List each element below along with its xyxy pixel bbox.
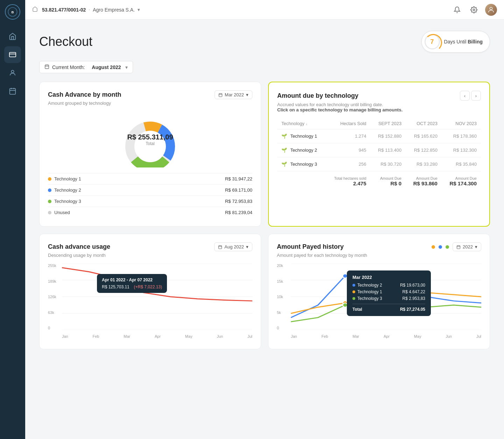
amount-payed-date: 2022 (463, 244, 473, 249)
x-axis-paid: Jan Feb Mar Apr May Jun Jul (291, 332, 481, 341)
cash-usage-chart: 255k 189k 126k 63k 0 (48, 263, 252, 341)
table-row[interactable]: 🌱 Technology 2 945 R$ 113.400 R$ 122.850… (277, 143, 481, 157)
header-actions (451, 4, 497, 16)
paid-tooltip-tech3: Technology 3 R$ 2.953,83 (352, 296, 425, 301)
amount-payed-chevron: ▾ (475, 244, 477, 249)
cash-usage-date: Aug 2022 (224, 244, 244, 249)
tooltip-date: Apr 01 2022 - Apr 07 2022 (102, 277, 162, 282)
sidebar-item-user[interactable] (4, 64, 21, 81)
row1-hectares: 1.274 (326, 129, 371, 143)
main-container: 53.821.477/0001-02 · Agro Empresa S.A. ▾… (25, 0, 504, 439)
footer-hectares-label: Total hectares sold 2.475 (326, 171, 371, 191)
paid-tooltip-tech1: Technology 1 R$ 4.647,22 (352, 289, 425, 294)
paid-tooltip-total: Total R$ 27,274.05 (352, 304, 425, 312)
user-avatar[interactable] (485, 4, 497, 16)
footer-sept-amount: Amount Due R$ 0 (371, 171, 406, 191)
cash-advance-legend: Technology 1 R$ 31.947,22 Technology 2 R… (48, 173, 252, 218)
month-filter-chevron: ▾ (125, 64, 128, 70)
legend-name-tech2: Technology 2 (48, 187, 81, 193)
cash-advance-title: Cash Advance by month (48, 91, 121, 98)
footer-empty (277, 171, 326, 191)
col-sept: SEPT 2023 (371, 118, 406, 129)
row2-oct: R$ 122.850 (406, 143, 442, 157)
legend-name-tech1: Technology 1 (48, 176, 81, 181)
month-filter-value: August 2022 (92, 64, 121, 70)
settings-button[interactable] (468, 4, 479, 15)
row3-nov: R$ 35.840 (442, 157, 481, 171)
row1-sept: R$ 152.880 (371, 129, 406, 143)
sidebar: B (0, 0, 25, 439)
col-technology[interactable]: Technology ↓ (277, 118, 326, 129)
logo[interactable]: B (5, 4, 20, 20)
svg-rect-11 (45, 65, 49, 69)
paid-tooltip: Mar 2022 Technology 2 R$ 19.673,00 Techn… (347, 270, 431, 316)
page-title-row: Checkout 7 Days Until Billing (39, 31, 490, 53)
breadcrumb: 53.821.477/0001-02 · Agro Empresa S.A. ▾ (42, 7, 140, 13)
y-axis: 255k 189k 126k 63k 0 (48, 263, 61, 330)
main-grid: Cash Advance by month Mar 2022 ▾ Amount … (39, 82, 490, 349)
breadcrumb-id: 53.821.477/0001-02 (42, 7, 86, 13)
row2-sept: R$ 113.400 (371, 143, 406, 157)
cash-usage-card: Cash advance usage Aug 2022 ▾ Descending… (39, 234, 261, 349)
calendar-icon (44, 64, 49, 70)
cash-advance-date-filter[interactable]: Mar 2022 ▾ (215, 90, 252, 99)
legend-value-tech3: R$ 72.953,83 (225, 199, 252, 204)
sidebar-nav (0, 28, 25, 100)
amount-due-prev[interactable]: ‹ (460, 91, 470, 101)
donut-total-label: Total (127, 141, 173, 146)
amount-due-card: Amount due by technology ‹ › Accrued val… (268, 82, 490, 227)
days-number: 7 (430, 38, 434, 46)
paid-tooltip-title: Mar 2022 (352, 275, 425, 280)
tooltip-value-row: R$ 125,703.11 (+R$ 7,022.13) (102, 284, 162, 289)
legend-item-tech2: Technology 2 R$ 69.171,00 (48, 184, 252, 196)
legend-name-tech3: Technology 3 (48, 199, 81, 204)
tech3-icon: 🌱 (281, 162, 287, 167)
dot-tech3 (446, 245, 449, 249)
cash-advance-card: Cash Advance by month Mar 2022 ▾ Amount … (39, 82, 261, 227)
header: 53.821.477/0001-02 · Agro Empresa S.A. ▾ (25, 0, 504, 20)
line-chart-svg (62, 263, 252, 330)
row1-oct: R$ 165.620 (406, 129, 442, 143)
row1-name: 🌱 Technology 1 (277, 129, 326, 143)
amount-payed-controls: 2022 ▾ (432, 242, 481, 251)
amount-payed-subtitle: Amount payed for each technology by mont… (277, 253, 481, 258)
table-row[interactable]: 🌱 Technology 1 1.274 R$ 152.880 R$ 165.6… (277, 129, 481, 143)
days-billing-badge: 7 Days Until Billing (421, 31, 490, 53)
svg-point-4 (11, 70, 14, 73)
legend-dot-tech1 (48, 177, 51, 181)
amount-payed-header: Amount Payed history 2022 ▾ (277, 242, 481, 251)
sidebar-item-calendar[interactable] (4, 83, 21, 100)
company-dropdown-icon[interactable]: ▾ (138, 7, 140, 12)
chart-inner: Apr 01 2022 - Apr 07 2022 R$ 125,703.11 … (62, 263, 252, 330)
legend-dot-tech3 (48, 200, 51, 203)
x-axis: Jan Feb Mar Apr May Jun Jul (62, 332, 252, 341)
month-filter-label: Current Month: (52, 64, 85, 70)
notification-button[interactable] (451, 4, 463, 15)
tech2-icon: 🌱 (281, 148, 287, 153)
sidebar-item-home[interactable] (4, 28, 21, 45)
row2-name: 🌱 Technology 2 (277, 143, 326, 157)
legend-dot-unused (48, 211, 51, 214)
amount-due-next[interactable]: › (471, 91, 481, 101)
amount-due-nav: ‹ › (460, 91, 481, 101)
chart-inner-paid: Mar 2022 Technology 2 R$ 19.673,00 Techn… (291, 263, 481, 330)
row2-nov: R$ 132.300 (442, 143, 481, 157)
cash-usage-subtitle: Descending usage by month (48, 253, 252, 258)
dot-tech1 (432, 245, 435, 249)
paid-dot-tech1 (352, 290, 355, 293)
svg-rect-32 (457, 246, 460, 249)
amount-payed-chart: 20k 15k 10k 5k 0 (277, 263, 481, 341)
sidebar-item-billing[interactable] (4, 46, 21, 63)
legend-value-tech1: R$ 31.947,22 (225, 176, 252, 181)
row3-sept: R$ 30.720 (371, 157, 406, 171)
month-filter[interactable]: Current Month: August 2022 ▾ (39, 61, 133, 73)
paid-dot-tech2 (352, 284, 355, 287)
donut-label: R$ 255.311,09 Total (127, 133, 173, 146)
row3-oct: R$ 33.280 (406, 157, 442, 171)
cash-usage-date-filter[interactable]: Aug 2022 ▾ (214, 242, 252, 251)
table-row[interactable]: 🌱 Technology 3 256 R$ 30.720 R$ 33.280 R… (277, 157, 481, 171)
home-icon (32, 6, 38, 13)
amount-payed-date-filter[interactable]: 2022 ▾ (453, 242, 481, 251)
footer-nov-amount: Amount Due R$ 174.300 (442, 171, 481, 191)
cash-usage-chevron: ▾ (246, 244, 248, 249)
